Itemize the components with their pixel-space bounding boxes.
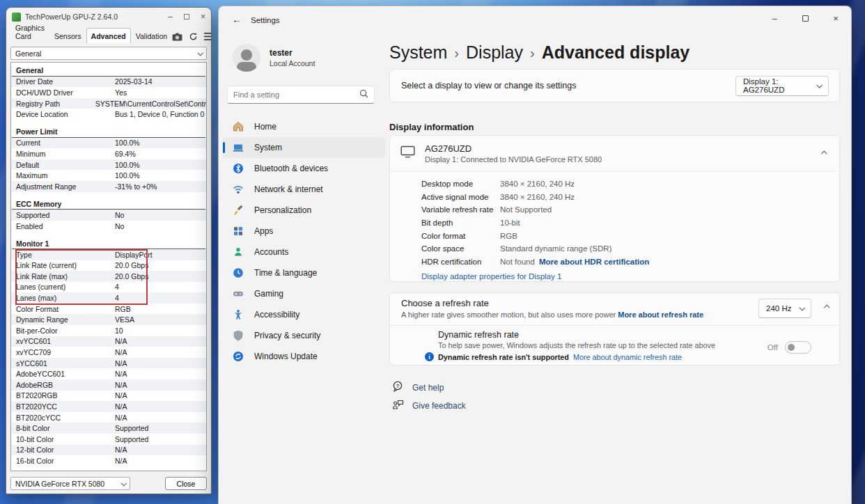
row-value: 100.0% [115, 161, 206, 169]
user-account-block[interactable]: tester Local Account [233, 44, 315, 72]
gpuz-close-button-titlebar[interactable]: × [201, 13, 205, 21]
display-adapter-properties-link[interactable]: Display adapter properties for Display 1 [421, 272, 839, 281]
sidebar-item-personalization[interactable]: Personalization [223, 200, 385, 221]
section-header: General [12, 65, 205, 77]
tab-validation[interactable]: Validation [131, 29, 172, 43]
info-row-label: Active signal mode [421, 193, 500, 201]
more-about-hdr-link[interactable]: More about HDR certification [539, 258, 649, 266]
row-label: Current [16, 139, 115, 147]
gpuz-tab-bar: Graphics CardSensorsAdvancedValidation [10, 26, 207, 43]
home-icon [233, 121, 244, 132]
settings-window: ← Settings – × tester Local Account Home… [218, 6, 852, 504]
sidebar-item-network-internet[interactable]: Network & internet [223, 179, 385, 200]
row-value: N/A [115, 381, 206, 389]
sidebar-item-apps[interactable]: Apps [223, 221, 385, 242]
tab-graphics-card[interactable]: Graphics Card [10, 21, 49, 43]
system-icon [233, 142, 244, 153]
sidebar-item-time-language[interactable]: Time & language [223, 262, 385, 283]
chevron-up-icon[interactable] [821, 150, 827, 156]
table-row: xvYCC601N/A [11, 336, 206, 347]
row-label: Link Rate (max) [16, 272, 115, 281]
dynamic-refresh-toggle[interactable] [785, 341, 811, 354]
gpuz-close-button[interactable]: Close [165, 477, 207, 490]
chevron-separator-icon: › [454, 44, 459, 61]
user-account-type: Local Account [270, 59, 315, 68]
settings-sidebar: tester Local Account HomeSystemBluetooth… [219, 34, 389, 504]
more-about-refresh-rate-link[interactable]: More about refresh rate [618, 310, 703, 319]
search-box[interactable] [227, 86, 375, 104]
settings-close-button[interactable]: × [820, 6, 851, 30]
sidebar-item-windows-update[interactable]: Windows Update [223, 346, 385, 367]
refresh-rate-dropdown[interactable]: 240 Hz [758, 299, 811, 318]
dynamic-refresh-rate-title: Dynamic refresh rate [438, 330, 839, 340]
info-row: Active signal mode3840 × 2160, 240 Hz [421, 191, 839, 204]
sidebar-item-label: Accounts [254, 247, 288, 257]
sidebar-item-bluetooth-devices[interactable]: Bluetooth & devices [223, 158, 385, 179]
get-help-link[interactable]: ? Get help [392, 381, 444, 394]
settings-maximize-button[interactable] [790, 6, 820, 30]
sidebar-item-gaming[interactable]: Gaming [223, 283, 385, 304]
row-value: N/A [115, 348, 206, 356]
info-row-value: 3840 × 2160, 240 Hz [500, 180, 575, 188]
gpuz-maximize-button[interactable] [184, 13, 189, 21]
row-label: sYCC601 [16, 359, 115, 368]
table-section: ECC MemorySupportedNoEnabledNo [11, 199, 206, 232]
table-row: BT2020RGBN/A [11, 391, 206, 402]
sidebar-item-home[interactable]: Home [223, 116, 385, 137]
back-button[interactable]: ← [228, 14, 245, 28]
row-value: Bus 1, Device 0, Function 0 [115, 110, 206, 118]
dynamic-refresh-rate-section: Dynamic refresh rate To help save power,… [390, 326, 839, 361]
sidebar-item-accessibility[interactable]: Accessibility [223, 304, 385, 325]
refresh-icon[interactable] [189, 32, 198, 41]
display-select-dropdown[interactable]: Display 1: AG276UZD [735, 76, 829, 96]
gpuz-minimize-button[interactable]: – [168, 13, 173, 21]
row-value: No [115, 211, 206, 219]
search-input[interactable] [233, 90, 359, 99]
row-value: RGB [115, 305, 206, 313]
row-value: N/A [115, 370, 206, 378]
maximize-icon [184, 14, 189, 19]
row-value: 100.0% [115, 139, 206, 147]
settings-main: System › Display › Advanced display Sele… [389, 34, 851, 504]
row-label: Driver Date [16, 77, 115, 86]
sidebar-item-label: Time & language [254, 268, 317, 278]
sidebar-item-label: Gaming [254, 289, 283, 299]
table-row: BT2020cYCCN/A [11, 412, 206, 423]
table-row: Lanes (current)4 [11, 282, 206, 293]
info-row-label: Bit depth [421, 219, 500, 227]
select-display-label: Select a display to view or change its s… [401, 81, 577, 90]
display-information-card: AG276UZD Display 1: Connected to NVIDIA … [389, 135, 840, 282]
sidebar-item-system[interactable]: System [223, 137, 385, 158]
row-label: Device Location [16, 110, 115, 118]
row-label: Adjustment Range [16, 182, 115, 191]
row-label: Color Format [16, 305, 115, 313]
privacy-icon [233, 330, 244, 341]
settings-titlebar: ← Settings – × [219, 6, 851, 34]
row-label: Type [16, 251, 115, 259]
row-label: 10-bit Color [16, 435, 115, 443]
row-value: 20.0 Gbps [115, 272, 206, 281]
gpuz-category-dropdown[interactable]: General [10, 47, 207, 60]
section-header: Power Limit [12, 127, 205, 138]
tab-advanced[interactable]: Advanced [86, 28, 131, 43]
breadcrumb-system[interactable]: System [389, 42, 447, 63]
display-info-header[interactable]: AG276UZD Display 1: Connected to NVIDIA … [390, 136, 839, 171]
gpuz-gpu-dropdown[interactable]: NVIDIA GeForce RTX 5080 [10, 477, 130, 490]
menu-icon[interactable] [204, 33, 212, 40]
tab-sensors[interactable]: Sensors [49, 29, 86, 43]
table-row: SupportedNo [11, 210, 206, 221]
breadcrumb-display[interactable]: Display [466, 42, 523, 63]
info-row-value: 10-bit [500, 219, 520, 227]
give-feedback-link[interactable]: Give feedback [392, 399, 466, 412]
more-about-dynamic-refresh-link[interactable]: More about dynamic refresh rate [573, 353, 682, 361]
row-value: 4 [115, 283, 206, 291]
info-row-value: Not found [500, 258, 535, 266]
sidebar-item-accounts[interactable]: Accounts [223, 242, 385, 262]
camera-icon[interactable] [172, 33, 182, 41]
settings-minimize-button[interactable]: – [759, 6, 790, 30]
dynamic-refresh-not-supported-text: Dynamic refresh rate isn't supported [438, 353, 569, 361]
settings-window-title: Settings [251, 16, 280, 24]
info-row-label: Color space [421, 244, 500, 253]
sidebar-item-privacy-security[interactable]: Privacy & security [223, 325, 385, 346]
row-label: Registry Path [16, 100, 95, 108]
